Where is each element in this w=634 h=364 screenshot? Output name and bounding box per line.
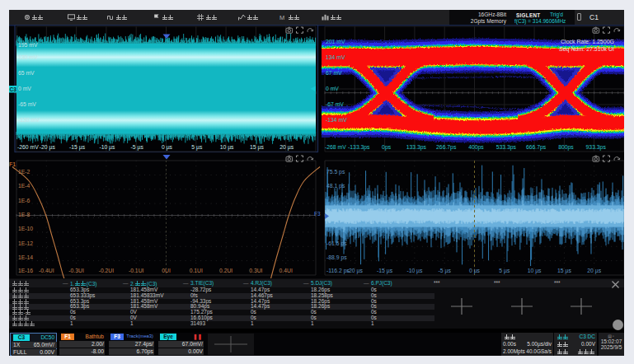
svg-text:130 mV: 130 mV xyxy=(18,54,38,59)
svg-text:-5 µs: -5 µs xyxy=(131,143,144,150)
svg-text:10 µs: 10 µs xyxy=(528,268,542,274)
svg-text:-67 mV: -67 mV xyxy=(326,100,344,106)
svg-text:533.3ps: 533.3ps xyxy=(496,143,517,150)
svg-text:20 µs: 20 µs xyxy=(279,143,294,150)
svg-text:Seq Num: 27.510k UI: Seq Num: 27.510k UI xyxy=(559,45,614,52)
svg-text:5 µs: 5 µs xyxy=(499,268,510,274)
svg-text:-88.9 ps: -88.9 ps xyxy=(326,254,347,261)
svg-text:0.1UI: 0.1UI xyxy=(190,268,203,273)
svg-text:1E-12: 1E-12 xyxy=(18,240,33,245)
svg-text:-20 µs: -20 µs xyxy=(40,143,56,150)
svg-text:201 mV: 201 mV xyxy=(326,38,345,44)
svg-text:F3: F3 xyxy=(314,211,321,217)
svg-text:-10 µs: -10 µs xyxy=(406,268,423,274)
svg-text:-5 µs: -5 µs xyxy=(439,268,452,274)
svg-text:-0.2UI: -0.2UI xyxy=(99,268,115,273)
svg-text:1E-8: 1E-8 xyxy=(18,212,31,217)
svg-text:1E-14: 1E-14 xyxy=(18,254,33,260)
svg-text:15 µs: 15 µs xyxy=(557,268,571,274)
svg-text:-61.5 ps: -61.5 ps xyxy=(326,240,347,246)
svg-text:0 mV: 0 mV xyxy=(326,85,339,91)
svg-text:-130 mV: -130 mV xyxy=(18,116,40,122)
svg-text:0 µs: 0 µs xyxy=(469,268,481,274)
svg-text:933.3ps: 933.3ps xyxy=(586,143,607,150)
svg-text:800ps: 800ps xyxy=(558,143,574,150)
svg-text:M: M xyxy=(279,14,284,21)
svg-text:0 mV: 0 mV xyxy=(18,85,31,91)
svg-text:67 mV: 67 mV xyxy=(326,69,342,75)
svg-text:C3: C3 xyxy=(10,86,17,91)
svg-text:1E-4: 1E-4 xyxy=(18,183,31,189)
svg-text:5 µs: 5 µs xyxy=(191,143,203,150)
svg-text:-134 mV: -134 mV xyxy=(326,116,347,122)
svg-text:-0.3UI: -0.3UI xyxy=(68,268,84,273)
svg-text:75.5 ps: 75.5 ps xyxy=(326,168,345,175)
svg-text:0UI: 0UI xyxy=(162,268,171,273)
svg-text:48.1 ps: 48.1 ps xyxy=(326,183,345,189)
svg-text:65 mV: 65 mV xyxy=(18,69,35,75)
svg-text:-133.3ps: -133.3ps xyxy=(348,143,370,150)
svg-text:195 mV: 195 mV xyxy=(18,41,38,47)
svg-text:F1: F1 xyxy=(9,161,16,166)
svg-text:1E-6: 1E-6 xyxy=(18,197,31,203)
svg-text:-15 µs: -15 µs xyxy=(377,268,393,274)
svg-text:Clock Rate: 1.2500G: Clock Rate: 1.2500G xyxy=(561,39,614,44)
svg-text:-0.4UI: -0.4UI xyxy=(39,268,54,273)
svg-text:15 µs: 15 µs xyxy=(250,143,264,150)
svg-text:0.3UI: 0.3UI xyxy=(249,268,262,273)
svg-text:-65 mV: -65 mV xyxy=(18,100,36,106)
svg-text:10 µs: 10 µs xyxy=(220,143,234,150)
svg-text:134 mV: 134 mV xyxy=(326,54,345,59)
svg-text:1E-2: 1E-2 xyxy=(18,168,31,174)
svg-text:0.2UI: 0.2UI xyxy=(219,268,232,273)
svg-text:666.7ps: 666.7ps xyxy=(526,143,547,150)
svg-text:-260 mV: -260 mV xyxy=(17,143,39,149)
svg-text:-0.1UI: -0.1UI xyxy=(129,268,144,273)
svg-text:20 µs: 20 µs xyxy=(587,268,601,274)
svg-text:0.4UI: 0.4UI xyxy=(279,268,293,273)
svg-text:-268 mV: -268 mV xyxy=(325,143,346,149)
svg-text:-10 µs: -10 µs xyxy=(99,143,115,150)
svg-text:133.3ps: 133.3ps xyxy=(406,143,427,150)
svg-text:266.7ps: 266.7ps xyxy=(436,143,457,150)
svg-text:0ps: 0ps xyxy=(382,143,392,150)
svg-text:0 µs: 0 µs xyxy=(162,143,173,150)
svg-text:-15 µs: -15 µs xyxy=(69,143,86,150)
svg-text:-20 µs: -20 µs xyxy=(347,268,364,274)
svg-text:1E-16: 1E-16 xyxy=(18,268,33,273)
svg-text:400ps: 400ps xyxy=(468,143,484,150)
svg-text:1E-10: 1E-10 xyxy=(18,226,33,231)
